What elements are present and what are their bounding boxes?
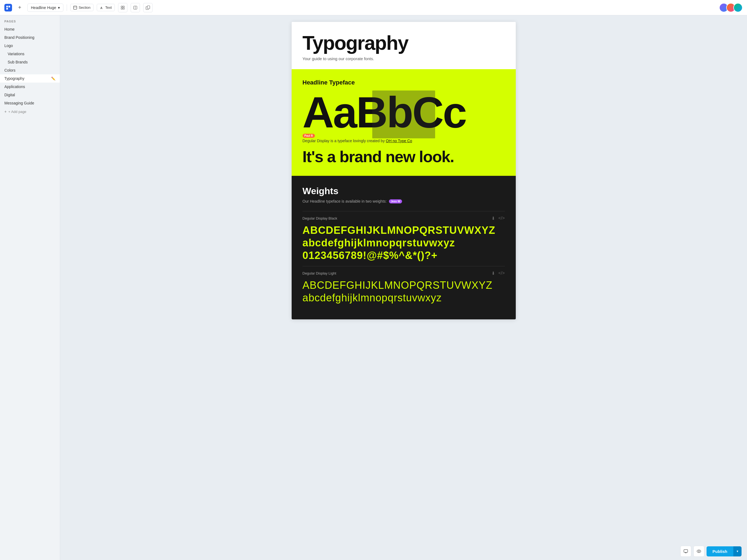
font-name-black: Degular Display Black: [303, 216, 337, 221]
download-icon[interactable]: ⬇: [491, 216, 495, 221]
preview-icon-button[interactable]: [680, 546, 691, 557]
code-light-icon[interactable]: </>: [498, 271, 505, 276]
font-block-black-header: Degular Display Black ⬇ </>: [303, 216, 505, 221]
brand-tagline: It's a brand new look.: [303, 149, 505, 165]
svg-rect-2: [6, 8, 8, 9]
sidebar-item-typography[interactable]: Typography ✏️: [0, 74, 60, 82]
svg-point-17: [697, 550, 701, 553]
svg-rect-6: [121, 6, 123, 7]
sidebar-item-logo[interactable]: Logo: [0, 42, 60, 50]
svg-text:A: A: [100, 6, 103, 9]
svg-rect-0: [6, 6, 8, 7]
svg-rect-8: [121, 8, 123, 9]
text-icon: A: [100, 6, 104, 9]
sidebar-item-applications[interactable]: Applications: [0, 82, 60, 91]
sidebar-item-digital[interactable]: Digital: [0, 91, 60, 99]
cursor-badge-paul: Paul R: [303, 134, 315, 138]
section-icon: [73, 6, 77, 9]
sidebar: PAGES Home Brand Positioning Logo Variat…: [0, 15, 60, 560]
font-block-black: Degular Display Black ⬇ </> ABCDEFGHIJKL…: [303, 211, 505, 266]
eye-icon-button[interactable]: [693, 546, 704, 557]
section-header: Typography Your guide to using our corpo…: [292, 22, 516, 69]
svg-rect-14: [684, 550, 688, 552]
add-element-button[interactable]: +: [15, 3, 24, 12]
main-layout: PAGES Home Brand Positioning Logo Variat…: [0, 15, 747, 560]
sidebar-item-colors[interactable]: Colors: [0, 66, 60, 74]
section-yellow: Headline Typeface AaBbCc Paul R Degular …: [292, 69, 516, 176]
download-light-icon[interactable]: ⬇: [491, 271, 495, 276]
section-dark: Weights Our Headline typeface is availab…: [292, 176, 516, 320]
edit-icon[interactable]: ✏️: [51, 77, 55, 81]
weights-title: Weights: [303, 186, 505, 196]
page-subtitle: Your guide to using our corporate fonts.: [303, 56, 505, 61]
font-display-black-line1: ABCDEFGHIJKLMNOPQRSTUVWXYZ abcdefghijklm…: [303, 224, 505, 262]
sidebar-item-messaging-guide[interactable]: Messaging Guide: [0, 99, 60, 107]
monitor-icon: [683, 549, 688, 554]
sidebar-item-sub-brands[interactable]: Sub Brands: [0, 58, 60, 66]
font-block-actions: ⬇ </>: [491, 216, 505, 221]
svg-rect-3: [74, 6, 77, 9]
svg-rect-9: [123, 8, 124, 9]
page-canvas: Typography Your guide to using our corpo…: [292, 22, 516, 320]
svg-rect-7: [123, 6, 124, 7]
bottom-bar: Publish ▾: [675, 542, 747, 560]
grid-icon: [121, 5, 125, 10]
avatar-3: [733, 3, 743, 12]
sidebar-item-brand-positioning[interactable]: Brand Positioning: [0, 33, 60, 42]
big-letters-container: AaBbCc: [303, 91, 505, 134]
add-page-button[interactable]: + + Add page: [0, 107, 31, 116]
text-type-button[interactable]: A Text: [97, 4, 115, 11]
duplicate-button[interactable]: [143, 3, 153, 12]
weights-description: Our Headline typeface is available in tw…: [303, 199, 505, 203]
eye-icon: [696, 549, 701, 554]
font-block-light: Degular Display Light ⬇ </> ABCDEFGHIJKL…: [303, 266, 505, 308]
canvas-area[interactable]: Typography Your guide to using our corpo…: [60, 15, 747, 560]
collaborators-stack: [719, 3, 743, 12]
section-type-button[interactable]: Section: [70, 4, 94, 11]
code-icon[interactable]: </>: [498, 216, 505, 221]
layout-view-button[interactable]: [131, 3, 140, 12]
svg-point-18: [698, 551, 699, 552]
pages-section-label: PAGES: [0, 20, 60, 25]
publish-button[interactable]: Publish: [706, 546, 733, 556]
layout-icon: [133, 5, 137, 10]
toolbar-separator: [67, 4, 67, 11]
sidebar-item-home[interactable]: Home: [0, 25, 60, 33]
oh-no-type-link[interactable]: OH no Type Co: [386, 138, 412, 143]
cursor-badge-jess: Jess W: [389, 199, 402, 203]
font-display-light-lines: ABCDEFGHIJKLMNOPQRSTUVWXYZ abcdefghijklm…: [303, 279, 505, 304]
publish-dropdown-button[interactable]: ▾: [733, 546, 742, 556]
svg-rect-13: [147, 6, 150, 9]
page-title: Typography: [303, 33, 505, 54]
duplicate-icon: [146, 5, 150, 10]
publish-group: Publish ▾: [706, 546, 742, 556]
headline-style-dropdown[interactable]: Headline Huge ▾: [27, 4, 63, 12]
font-block-light-header: Degular Display Light ⬇ </>: [303, 271, 505, 276]
toolbar-right: [719, 3, 743, 12]
svg-rect-1: [8, 6, 10, 7]
sidebar-item-variations[interactable]: Variations: [0, 50, 60, 58]
grid-view-button[interactable]: [118, 3, 127, 12]
toolbar: + Headline Huge ▾ Section A Text: [0, 0, 747, 15]
text-selection-box: [372, 91, 435, 138]
font-name-light: Degular Display Light: [303, 271, 336, 275]
font-block-light-actions: ⬇ </>: [491, 271, 505, 276]
app-logo: [4, 4, 12, 11]
typeface-description: Paul R Degular Display is a typeface lov…: [303, 138, 505, 143]
headline-typeface-label: Headline Typeface: [303, 79, 505, 86]
